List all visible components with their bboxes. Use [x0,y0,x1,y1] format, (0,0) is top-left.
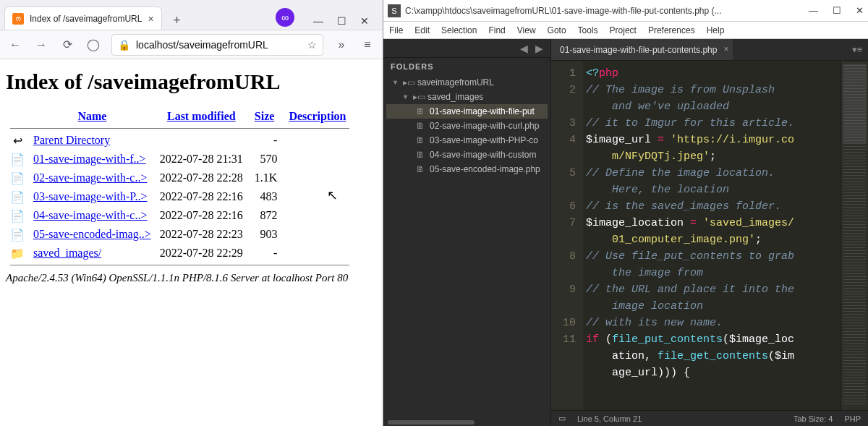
file-icon: 🗎 [415,121,425,131]
editor-sidebar: ◀ ▶ FOLDERS ▼ ▸▭ saveimagefromURL ▼ ▸▭ s… [383,39,551,426]
panel-toggle-icon[interactable]: ▭ [558,414,566,423]
back-button[interactable]: ← [7,37,23,53]
file-link[interactable]: 01-save-image-with-f..> [33,153,146,165]
browser-tabstrip: ෆ Index of /saveimagefromURL × + ∞ — ☐ ✕ [0,0,383,30]
minimap[interactable] [841,61,868,410]
file-link[interactable]: 05-save-encoded-imag..> [33,228,151,240]
menu-tools[interactable]: Tools [578,25,598,35]
menu-find[interactable]: Find [488,25,505,35]
file-link[interactable]: 03-save-image-with-P..> [33,190,147,203]
table-row: 📄02-save-image-with-c..>2022-07-28 22:28… [6,169,354,187]
status-language[interactable]: PHP [844,414,861,423]
file-icon: 🗎 [415,150,425,160]
menu-edit[interactable]: Edit [414,25,430,35]
close-tab-icon[interactable]: × [148,13,153,25]
menu-preferences[interactable]: Preferences [648,25,695,35]
tree-file[interactable]: 🗎02-save-image-with-curl.php [386,119,548,133]
file-icon: 📄 [10,227,25,242]
sidebar-header: FOLDERS [383,58,550,75]
browser-window: ෆ Index of /saveimagefromURL × + ∞ — ☐ ✕… [0,0,383,426]
tree-file[interactable]: 🗎03-save-image-with-PHP-co [386,133,548,148]
file-modified: 2022-07-28 21:31 [156,150,247,169]
file-size: 483 [247,187,282,206]
menu-view[interactable]: View [517,25,536,35]
menu-project[interactable]: Project [610,25,637,35]
file-modified: 2022-07-28 22:16 [156,206,247,225]
file-link[interactable]: 04-save-image-with-c..> [33,209,147,221]
file-modified: 2022-07-28 22:23 [156,225,247,244]
close-window-icon[interactable]: ✕ [359,15,370,27]
table-row: 📄04-save-image-with-c..>2022-07-28 22:16… [6,206,354,225]
menu-help[interactable]: Help [707,25,725,35]
nav-next-icon[interactable]: ▶ [535,43,543,54]
close-tab-icon[interactable]: × [723,44,728,54]
directory-listing: Name Last modified Size Description ↩ Pa… [6,107,354,268]
menu-goto[interactable]: Goto [548,25,566,35]
file-icon: 📄 [10,152,25,166]
menu-file[interactable]: File [389,25,403,35]
back-folder-icon: ↩ [10,133,25,148]
file-modified: 2022-07-28 22:16 [156,187,247,206]
editor-maximize-icon[interactable]: ☐ [833,5,841,16]
forward-button[interactable]: → [33,37,49,53]
tree-root[interactable]: ▼ ▸▭ saveimagefromURL [386,75,548,90]
server-signature: Apache/2.4.53 (Win64) OpenSSL/1.1.1n PHP… [6,272,377,284]
editor-area: 01-save-image-with-file-put-contents.php… [551,39,868,426]
menu-selection[interactable]: Selection [441,25,477,35]
tree-file[interactable]: 🗎05-save-encoded-image.php [386,162,548,176]
nav-prev-icon[interactable]: ◀ [520,43,528,54]
tree-file[interactable]: 🗎01-save-image-with-file-put [386,104,548,119]
line-gutter: 1234567891011 [551,61,583,410]
file-size: 570 [247,150,282,169]
shield-icon[interactable]: ◯ [85,37,101,53]
code-text[interactable]: <?php// The image is from Unsplash and w… [583,61,841,410]
window-controls: — ☐ ✕ [300,15,378,30]
browser-tab[interactable]: ෆ Index of /saveimagefromURL × [4,7,162,30]
maximize-icon[interactable]: ☐ [336,15,346,27]
chevron-down-icon: ▼ [392,79,399,86]
col-name[interactable]: Name [77,110,106,122]
code-view[interactable]: 1234567891011 <?php// The image is from … [551,61,868,410]
editor-tab[interactable]: 01-save-image-with-file-put-contents.php… [551,39,733,60]
file-icon: 🗎 [415,164,425,174]
dir-row: 📁 saved_images/ 2022-07-28 22:29 - [6,244,354,263]
overflow-icon[interactable]: » [333,37,349,53]
file-size: 1.1K [247,169,282,187]
file-modified: 2022-07-28 22:28 [156,169,247,187]
bookmark-star-icon[interactable]: ☆ [307,39,317,51]
file-icon: 📄 [10,171,25,185]
page-content: Index of /saveimagefromURL Name Last mod… [0,59,383,426]
editor-close-icon[interactable]: ✕ [856,5,864,16]
editor-minimize-icon[interactable]: — [809,5,818,16]
dir-link[interactable]: saved_images/ [33,247,101,259]
status-tabsize[interactable]: Tab Size: 4 [793,414,833,423]
col-desc[interactable]: Description [289,110,346,122]
col-modified[interactable]: Last modified [167,110,236,122]
hamburger-menu-icon[interactable]: ≡ [359,37,375,53]
table-row: 📄03-save-image-with-P..>2022-07-28 22:16… [6,187,354,206]
file-size: 872 [247,206,282,225]
url-text: localhost/saveimagefromURL [136,39,268,51]
parent-dir-link[interactable]: Parent Directory [33,134,110,146]
status-position: Line 5, Column 21 [577,414,642,423]
reload-button[interactable]: ⟳ [59,37,75,53]
extension-icon[interactable]: ∞ [276,8,294,27]
tree-file[interactable]: 🗎04-save-image-with-custom [386,148,548,162]
lock-icon: 🔒 [118,39,130,51]
file-icon: 📄 [10,189,25,204]
new-tab-button[interactable]: + [168,11,187,30]
file-link[interactable]: 02-save-image-with-c..> [33,171,147,184]
file-icon: 🗎 [415,106,425,116]
folder-icon: ▸▭ [403,77,413,88]
tree-folder[interactable]: ▼ ▸▭ saved_images [386,90,548,104]
editor-statusbar: ▭ Line 5, Column 21 Tab Size: 4 PHP [551,410,868,426]
dir-size: - [247,244,282,263]
minimize-icon[interactable]: — [313,15,323,27]
split-view-icon[interactable]: ▾≡ [846,39,868,60]
folder-icon: ▸▭ [413,92,423,102]
chevron-down-icon: ▼ [402,93,409,101]
col-size[interactable]: Size [255,110,275,122]
file-icon: 📄 [10,208,25,223]
url-bar[interactable]: 🔒 localhost/saveimagefromURL ☆ [111,34,323,56]
sidebar-scrollbar[interactable] [383,419,550,426]
